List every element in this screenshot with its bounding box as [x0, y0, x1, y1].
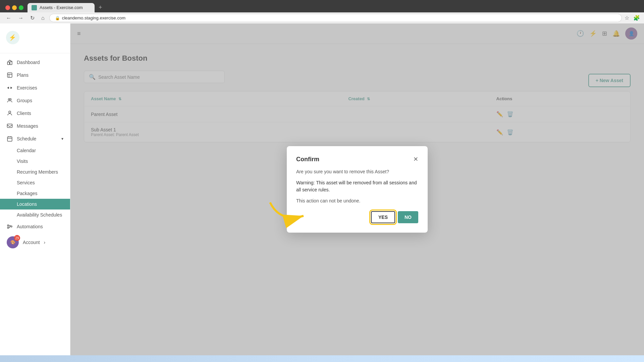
star-icon[interactable]: ☆: [625, 15, 629, 21]
account-label: Account: [23, 240, 40, 245]
svg-point-11: [9, 111, 11, 113]
extensions-icon[interactable]: 🧩: [633, 15, 640, 21]
modal-header: Confirm ✕: [296, 156, 418, 163]
maximize-window-dot[interactable]: [19, 5, 23, 10]
sidebar-item-availability-schedules[interactable]: Availability Schedules: [0, 209, 70, 220]
sidebar-item-locations[interactable]: Locations: [0, 199, 70, 209]
sidebar-item-recurring-members[interactable]: Recurring Members: [0, 167, 70, 177]
dashboard-label: Dashboard: [17, 60, 40, 65]
tab-title: Assets - Exercise.com: [40, 5, 83, 10]
packages-label: Packages: [17, 191, 37, 196]
browser-tabs: Assets - Exercise.com +: [0, 0, 644, 12]
sidebar-item-packages[interactable]: Packages: [0, 188, 70, 199]
sidebar-item-visits[interactable]: Visits: [0, 156, 70, 167]
svg-rect-19: [11, 226, 12, 227]
main-content: ≡ 🕐 ⚡ ⊞ 🔔 👤 Assets for Boston 🔍 + New As…: [70, 23, 644, 355]
svg-rect-18: [7, 227, 9, 229]
yes-button[interactable]: YES: [371, 211, 395, 223]
svg-rect-13: [7, 137, 12, 141]
automations-label: Automations: [17, 224, 43, 229]
bottom-bar: [0, 355, 644, 362]
browser-toolbar: ← → ↻ ⌂ 🔒 cleandemo.staging.exercise.com…: [0, 12, 644, 23]
sidebar-logo: ⚡: [0, 23, 70, 53]
address-text: cleandemo.staging.exercise.com: [62, 15, 125, 20]
groups-label: Groups: [17, 98, 32, 103]
modal-title: Confirm: [296, 156, 319, 163]
active-tab[interactable]: Assets - Exercise.com: [28, 3, 95, 12]
lock-icon: 🔒: [55, 16, 60, 20]
close-window-dot[interactable]: [5, 5, 10, 10]
messages-icon: [7, 123, 13, 129]
exercises-label: Exercises: [17, 85, 37, 90]
refresh-button[interactable]: ↻: [28, 13, 37, 22]
modal-footer: YES NO: [296, 211, 418, 223]
sidebar-item-messages[interactable]: Messages: [0, 120, 70, 132]
svg-rect-17: [7, 225, 9, 226]
sidebar-item-exercises[interactable]: Exercises: [0, 81, 70, 94]
app: ⚡ Dashboard Plans Exercises Groups: [0, 23, 644, 355]
home-icon: [7, 59, 13, 65]
no-label: NO: [405, 215, 412, 220]
sidebar-item-groups[interactable]: Groups: [0, 94, 70, 107]
schedule-icon: [7, 136, 13, 142]
sidebar-item-account[interactable]: 🎨 29 Account ›: [0, 233, 70, 252]
account-avatar: 🎨 29: [7, 236, 19, 248]
plans-icon: [7, 72, 13, 78]
messages-label: Messages: [17, 123, 38, 129]
calendar-label: Calendar: [17, 148, 36, 153]
chevron-down-icon: ▾: [61, 136, 63, 141]
modal-close-button[interactable]: ✕: [413, 156, 418, 163]
confirm-modal: Confirm ✕ Are you sure you want to remov…: [287, 146, 428, 233]
groups-icon: [7, 98, 13, 104]
clients-label: Clients: [17, 111, 31, 116]
minimize-window-dot[interactable]: [12, 5, 17, 10]
browser-chrome: Assets - Exercise.com + ← → ↻ ⌂ 🔒 cleand…: [0, 0, 644, 23]
locations-label: Locations: [17, 201, 37, 207]
account-chevron-icon: ›: [44, 240, 46, 245]
yes-label: YES: [378, 215, 388, 220]
availability-schedules-label: Availability Schedules: [17, 212, 62, 218]
app-logo: ⚡: [5, 30, 20, 45]
sidebar-item-automations[interactable]: Automations: [0, 220, 70, 233]
svg-rect-12: [7, 124, 12, 128]
plans-label: Plans: [17, 72, 29, 78]
exercises-icon: [7, 85, 13, 91]
svg-text:⚡: ⚡: [9, 34, 16, 41]
visits-label: Visits: [17, 159, 28, 164]
sidebar: ⚡ Dashboard Plans Exercises Groups: [0, 23, 70, 355]
address-bar[interactable]: 🔒 cleandemo.staging.exercise.com: [49, 14, 622, 22]
traffic-lights[interactable]: [3, 4, 26, 11]
modal-question: Are you sure you want to remove this Ass…: [296, 168, 418, 175]
schedule-label: Schedule: [17, 136, 36, 141]
sidebar-item-calendar[interactable]: Calendar: [0, 145, 70, 156]
sidebar-navigation: Dashboard Plans Exercises Groups Clients: [0, 53, 70, 254]
modal-warning: Warning: This asset will be removed from…: [296, 179, 418, 193]
sidebar-item-clients[interactable]: Clients: [0, 107, 70, 120]
tab-favicon: [32, 5, 37, 10]
notification-badge: 29: [14, 235, 20, 241]
no-button[interactable]: NO: [398, 211, 418, 223]
home-button[interactable]: ⌂: [39, 14, 47, 22]
recurring-members-label: Recurring Members: [17, 169, 58, 175]
forward-button[interactable]: →: [16, 14, 25, 22]
automations-icon: [7, 224, 13, 230]
schedule-section-header[interactable]: Schedule ▾: [0, 132, 70, 145]
clients-icon: [7, 110, 13, 116]
new-tab-button[interactable]: +: [96, 3, 105, 12]
svg-rect-4: [7, 73, 12, 77]
services-label: Services: [17, 180, 35, 185]
modal-overlay: Confirm ✕ Are you sure you want to remov…: [70, 23, 644, 355]
svg-rect-2: [7, 62, 9, 65]
back-button[interactable]: ←: [4, 14, 13, 22]
sidebar-item-dashboard[interactable]: Dashboard: [0, 56, 70, 69]
browser-toolbar-icons: ☆ 🧩: [625, 15, 640, 21]
sidebar-item-plans[interactable]: Plans: [0, 69, 70, 81]
svg-point-10: [10, 99, 11, 100]
sidebar-item-services[interactable]: Services: [0, 177, 70, 188]
annotation-arrow: [260, 196, 320, 229]
